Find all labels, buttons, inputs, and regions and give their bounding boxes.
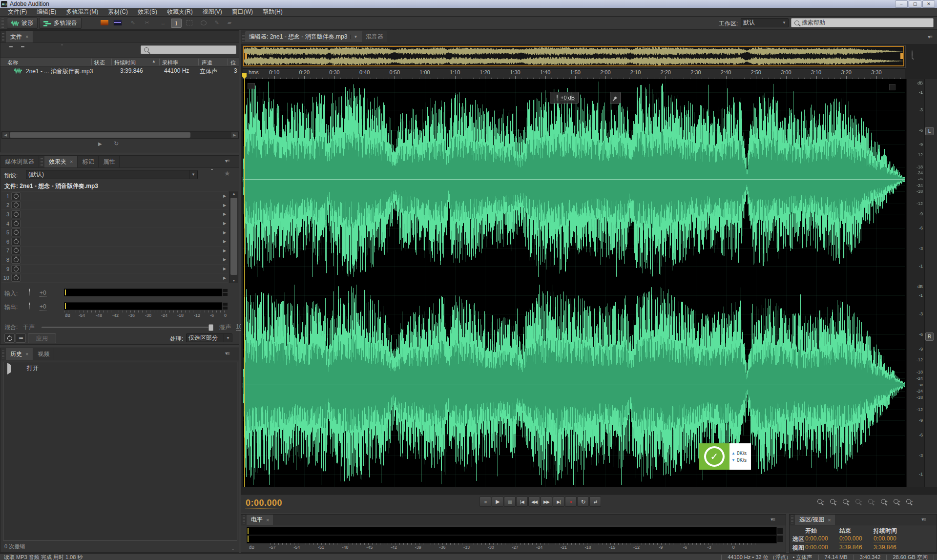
- razor-tool-icon[interactable]: ✂: [142, 19, 152, 27]
- tab-close-icon[interactable]: ×: [828, 517, 831, 523]
- panel-grip[interactable]: [242, 33, 245, 41]
- zoom-in-vertical-button[interactable]: +: [815, 497, 826, 506]
- fast-forward-button[interactable]: ▶▶: [541, 497, 552, 507]
- zoom-in-point-right-button[interactable]: +: [892, 497, 902, 506]
- effect-slot-arrow-icon[interactable]: ▶: [221, 203, 228, 207]
- tab-history[interactable]: 历史 ×: [6, 348, 33, 360]
- tab-properties[interactable]: 属性: [99, 156, 120, 167]
- effect-slot-empty[interactable]: [21, 273, 221, 282]
- tab-selection-view[interactable]: 选区/视图 ×: [795, 515, 836, 525]
- files-horizontal-scrollbar[interactable]: ◀ ▶: [1, 131, 239, 139]
- history-entry[interactable]: 打开: [27, 364, 39, 373]
- col-bit-depth[interactable]: 位: [230, 59, 236, 66]
- rewind-button[interactable]: ◀◀: [528, 497, 540, 507]
- panel-menu-icon[interactable]: ▾≡: [225, 158, 229, 164]
- col-sample-rate[interactable]: 采样率: [162, 59, 178, 66]
- panel-menu-icon[interactable]: ▾≡: [921, 517, 926, 522]
- effect-slot-empty[interactable]: [21, 247, 221, 255]
- playhead-line[interactable]: [244, 79, 245, 487]
- skip-to-start-button[interactable]: |◀: [516, 497, 528, 507]
- files-search-input[interactable]: [141, 45, 236, 54]
- col-name[interactable]: 名称: [7, 59, 18, 66]
- tab-close-icon[interactable]: ×: [25, 351, 28, 357]
- selection-end-value[interactable]: 0:00.000: [839, 535, 862, 542]
- tab-effects-rack[interactable]: 效果夹 ×: [44, 156, 78, 167]
- time-selection-tool-icon[interactable]: I: [171, 19, 182, 28]
- sort-ascending-icon[interactable]: ▲: [152, 59, 156, 63]
- monitor-icon[interactable]: [248, 83, 255, 89]
- effect-power-button[interactable]: [11, 192, 21, 200]
- move-tool-icon[interactable]: ⇖: [128, 19, 138, 27]
- overview-view-indicator[interactable]: [243, 46, 904, 66]
- editor-dropdown-icon[interactable]: ▼: [350, 35, 357, 39]
- stop-button[interactable]: ■: [479, 497, 491, 507]
- panel-grip[interactable]: [243, 516, 245, 523]
- apply-button[interactable]: 应用: [28, 333, 56, 343]
- clip-indicator-left[interactable]: [777, 527, 783, 535]
- play-button[interactable]: ▶: [492, 497, 503, 507]
- zoom-to-selection-button[interactable]: +: [904, 497, 915, 506]
- notification-check[interactable]: ✓: [699, 443, 729, 470]
- clip-indicator-right[interactable]: [777, 535, 783, 542]
- menu-item-2[interactable]: 多轨混音(M): [61, 8, 103, 17]
- tab-markers[interactable]: 标记: [78, 156, 99, 167]
- panel-grip[interactable]: [2, 32, 4, 41]
- zoom-out-vertical-button[interactable]: −: [828, 497, 839, 506]
- rack-scrollbar[interactable]: ▲ ▼: [229, 191, 238, 283]
- zoom-reset-button[interactable]: +: [866, 497, 877, 506]
- selection-start-value[interactable]: 0:00.000: [805, 544, 828, 551]
- effect-power-button[interactable]: [11, 220, 21, 228]
- right-channel-badge[interactable]: R: [925, 332, 934, 341]
- effect-slot-empty[interactable]: [21, 219, 221, 228]
- panel-menu-icon[interactable]: ▾≡: [225, 351, 229, 356]
- menu-item-4[interactable]: 效果(S): [133, 8, 162, 17]
- menu-item-1[interactable]: 编辑(E): [32, 8, 61, 17]
- file-play-icon[interactable]: ▶: [98, 141, 102, 146]
- playhead-marker[interactable]: [242, 73, 247, 79]
- col-duration[interactable]: 持续时间: [114, 59, 136, 66]
- toolbar-grip[interactable]: [1, 18, 4, 28]
- timeline-ruler[interactable]: hms 0:100:200:300:400:501:001:101:201:30…: [243, 68, 905, 80]
- panel-grip[interactable]: [41, 157, 43, 166]
- effect-slot-empty[interactable]: [21, 228, 221, 237]
- effect-slot-empty[interactable]: [21, 237, 221, 246]
- col-status[interactable]: 状态: [94, 59, 105, 66]
- pause-button[interactable]: ▮▮: [504, 497, 516, 507]
- effect-slot-empty[interactable]: [21, 192, 221, 201]
- vertical-zoom-strip[interactable]: [924, 79, 937, 487]
- rack-power-button[interactable]: [4, 333, 15, 343]
- effect-slot-empty[interactable]: [21, 255, 221, 264]
- zoom-in-point-left-button[interactable]: +: [879, 497, 890, 506]
- effect-power-button[interactable]: [11, 201, 21, 209]
- tab-mixer[interactable]: 混音器: [362, 31, 387, 42]
- input-gain-knob[interactable]: [29, 289, 30, 295]
- time-display[interactable]: 0:00.000: [246, 498, 282, 509]
- left-channel-badge[interactable]: L: [925, 127, 934, 135]
- spectral-display-icon[interactable]: [100, 19, 109, 27]
- effect-slot-arrow-icon[interactable]: ▶: [221, 276, 228, 280]
- output-clip-indicator[interactable]: [222, 302, 228, 306]
- help-search-input[interactable]: 搜索帮助: [791, 18, 934, 27]
- preset-dropdown[interactable]: (默认)▼: [26, 170, 198, 179]
- zoom-out-horizontal-button[interactable]: −: [854, 497, 864, 506]
- slip-tool-icon[interactable]: ↔: [158, 19, 168, 27]
- waveform-overview[interactable]: [243, 45, 906, 68]
- effect-power-button[interactable]: [11, 210, 21, 218]
- multitrack-view-button[interactable]: 多轨混音: [39, 18, 82, 29]
- tab-editor[interactable]: 编辑器: 2ne1 - 想念 - 消音版伴奏.mp3 ▼ ×: [245, 31, 371, 42]
- menu-item-6[interactable]: 视图(V): [198, 8, 227, 17]
- marquee-selection-tool-icon[interactable]: [185, 19, 194, 27]
- panel-grip[interactable]: [2, 350, 4, 358]
- workspace-dropdown[interactable]: 默认▼: [741, 18, 789, 27]
- hud-gain-value[interactable]: +0 dB: [561, 95, 575, 101]
- corner-widget-icon[interactable]: [889, 84, 895, 90]
- effect-slot-arrow-icon[interactable]: ▶: [221, 230, 228, 235]
- minimize-button[interactable]: –: [895, 0, 908, 8]
- output-gain-value[interactable]: +0: [40, 303, 46, 311]
- panel-menu-icon[interactable]: ▾≡: [770, 517, 775, 522]
- effect-power-button[interactable]: [11, 228, 21, 236]
- selection-duration-value[interactable]: 3:39.846: [874, 544, 896, 551]
- tab-video[interactable]: 视频: [33, 348, 54, 360]
- file-loop-icon[interactable]: ↻: [114, 140, 119, 147]
- effect-slot-arrow-icon[interactable]: ▶: [221, 257, 228, 262]
